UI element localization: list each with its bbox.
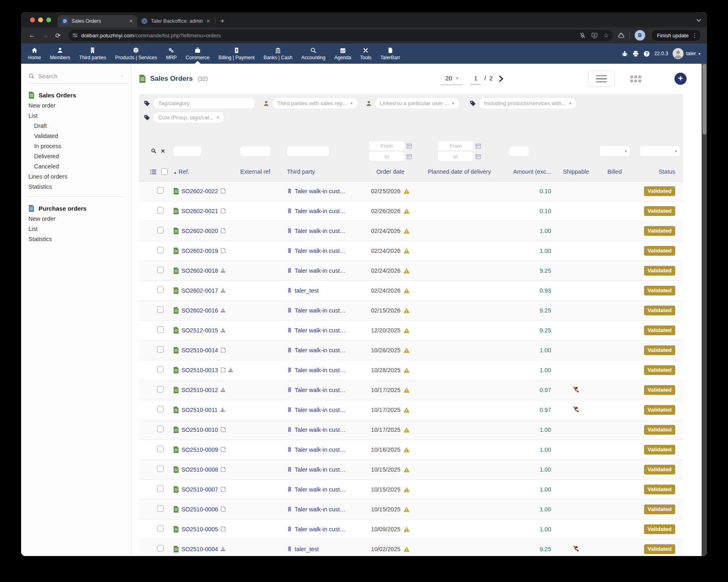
user-menu[interactable]: taler ▾ <box>672 48 700 59</box>
third-party-filter-input[interactable] <box>287 146 330 156</box>
scrollbar-thumb[interactable] <box>702 64 706 135</box>
sidebar-item[interactable]: Draft <box>28 121 131 131</box>
download-icon[interactable] <box>220 546 226 552</box>
minimize-window-button[interactable] <box>38 17 43 22</box>
order-ref-link[interactable]: SO2510-0006 <box>181 506 218 513</box>
row-checkbox[interactable] <box>157 227 164 233</box>
amount-filter-input[interactable] <box>509 146 529 156</box>
order-ref-link[interactable]: SO2602-0021 <box>181 208 218 214</box>
nav-item-tools[interactable]: Tools <box>355 43 376 64</box>
download-icon[interactable] <box>228 367 233 373</box>
third-party-link[interactable]: Taler walk-in cust… <box>295 427 346 433</box>
current-page[interactable]: 1 <box>470 73 481 85</box>
header-external-ref[interactable]: External ref <box>240 163 287 181</box>
debug-bug-icon[interactable] <box>621 50 628 57</box>
amount-link[interactable]: 1.00 <box>540 248 551 254</box>
amount-link[interactable]: 1.00 <box>540 367 551 373</box>
back-button[interactable]: ← <box>27 32 37 39</box>
amount-link[interactable]: 9.25 <box>540 327 551 334</box>
sidebar-item[interactable]: Canceled <box>28 161 131 171</box>
calendar-icon[interactable] <box>476 143 481 149</box>
row-checkbox[interactable] <box>157 247 164 253</box>
new-order-button[interactable]: + <box>674 73 687 85</box>
row-checkbox[interactable] <box>157 366 164 373</box>
header-ref[interactable]: ▲Ref. <box>173 163 240 181</box>
order-ref-link[interactable]: SO2510-0011 <box>181 407 218 413</box>
list-view-button[interactable] <box>588 71 615 87</box>
close-tab-icon[interactable]: ✕ <box>129 18 133 24</box>
third-parties-sales-rep-filter[interactable]: Third parties with sales rep... ▾ <box>272 98 358 109</box>
third-party-link[interactable]: Taler walk-in cust… <box>295 367 346 373</box>
planned-date-to-input[interactable]: to <box>438 151 474 161</box>
note-icon[interactable] <box>220 248 226 253</box>
billed-filter-select[interactable]: ▾ <box>599 146 630 156</box>
row-checkbox[interactable] <box>157 426 164 432</box>
header-amount[interactable]: Amount (exc... <box>506 163 557 181</box>
row-checkbox[interactable] <box>157 267 164 273</box>
third-party-link[interactable]: Taler walk-in cust… <box>295 446 346 453</box>
amount-link[interactable]: 1.00 <box>540 446 551 453</box>
nav-item-agenda[interactable]: Agenda <box>330 43 355 64</box>
amount-link[interactable]: 0.10 <box>540 208 551 214</box>
order-ref-link[interactable]: SO2510-0004 <box>181 546 218 552</box>
close-window-button[interactable] <box>30 17 35 22</box>
order-ref-link[interactable]: SO2602-0016 <box>181 307 218 314</box>
kanban-view-icon[interactable] <box>630 75 641 82</box>
row-checkbox[interactable] <box>157 386 164 392</box>
row-checkbox[interactable] <box>157 326 164 333</box>
order-ref-link[interactable]: SO2510-0005 <box>181 526 218 532</box>
third-party-link[interactable]: Taler walk-in cust… <box>295 327 346 334</box>
amount-link[interactable]: 1.00 <box>540 347 551 354</box>
reload-button[interactable]: ⟳ <box>53 32 63 39</box>
third-party-link[interactable]: taler_test <box>295 546 319 552</box>
order-ref-link[interactable]: SO2510-0014 <box>181 347 218 354</box>
clear-filter-icon[interactable]: ✕ <box>161 148 165 154</box>
ref-filter-input[interactable] <box>173 146 202 156</box>
row-checkbox[interactable] <box>157 306 164 313</box>
address-bar[interactable]: dolibarr.potuzhnyi.com/commande/list.php… <box>68 30 613 41</box>
nav-item-talerbarr[interactable]: TalerBarr <box>376 43 405 64</box>
external-ref-filter-input[interactable] <box>240 146 271 156</box>
third-party-link[interactable]: Taler walk-in cust… <box>295 407 346 413</box>
third-party-link[interactable]: Taler walk-in cust… <box>295 486 346 493</box>
sidebar-item[interactable]: New order <box>28 100 131 110</box>
browser-profile-avatar[interactable]: B <box>635 30 645 41</box>
order-ref-link[interactable]: SO2510-0010 <box>181 427 218 433</box>
sidebar-item[interactable]: In process <box>28 141 131 151</box>
maximize-window-button[interactable] <box>46 17 51 22</box>
row-checkbox[interactable] <box>157 505 164 512</box>
header-billed[interactable]: Billed <box>595 163 634 181</box>
order-ref-link[interactable]: SO2510-0013 <box>181 367 218 373</box>
order-ref-link[interactable]: SO2602-0017 <box>181 287 218 294</box>
third-party-link[interactable]: taler_test <box>295 287 319 294</box>
third-party-link[interactable]: Taler walk-in cust… <box>295 466 346 473</box>
sidebar-section-sales-orders[interactable]: Sales Orders <box>28 92 131 99</box>
install-app-icon[interactable] <box>591 32 598 39</box>
nav-item-billing-payment[interactable]: $ Billing | Payment <box>214 43 259 64</box>
browser-menu-icon[interactable]: ⋮ <box>692 32 698 39</box>
note-icon[interactable] <box>220 208 226 213</box>
order-ref-link[interactable]: SO2602-0018 <box>181 267 218 274</box>
sidebar-item[interactable]: List <box>28 224 131 234</box>
header-order-date[interactable]: Order date <box>368 163 413 181</box>
download-icon[interactable] <box>220 288 226 293</box>
nav-item-members[interactable]: Members <box>45 43 75 64</box>
tab-taler-backoffice[interactable]: Taler Backoffice: admin: Orde ✕ <box>137 15 214 27</box>
header-third-party[interactable]: Third party <box>287 163 368 181</box>
sidebar-item[interactable]: Lines of orders <box>28 171 131 181</box>
forward-button[interactable]: → <box>40 32 50 39</box>
order-ref-link[interactable]: SO2510-0009 <box>181 446 218 453</box>
print-icon[interactable] <box>632 50 639 57</box>
order-ref-link[interactable]: SO2510-0007 <box>181 486 218 493</box>
help-icon[interactable]: ? <box>643 50 650 57</box>
third-party-link[interactable]: Taler walk-in cust… <box>295 387 346 393</box>
header-planned-date[interactable]: Planned date of delivery <box>413 163 506 181</box>
download-icon[interactable] <box>220 328 226 333</box>
sidebar-item[interactable]: Delivered <box>28 151 131 161</box>
close-tab-icon[interactable]: ✕ <box>206 18 210 24</box>
amount-link[interactable]: 1.00 <box>540 526 551 532</box>
amount-link[interactable]: 0.10 <box>540 188 551 194</box>
amount-link[interactable]: 1.00 <box>540 486 551 493</box>
row-checkbox[interactable] <box>157 346 164 353</box>
fields-selector-icon[interactable] <box>150 169 156 175</box>
